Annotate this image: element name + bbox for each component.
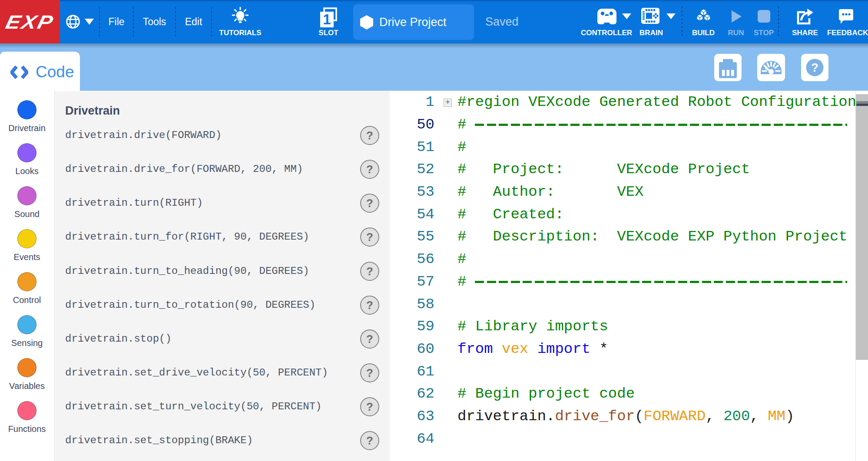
svg-text:?: ? bbox=[811, 61, 818, 74]
svg-text:1: 1 bbox=[323, 11, 331, 27]
